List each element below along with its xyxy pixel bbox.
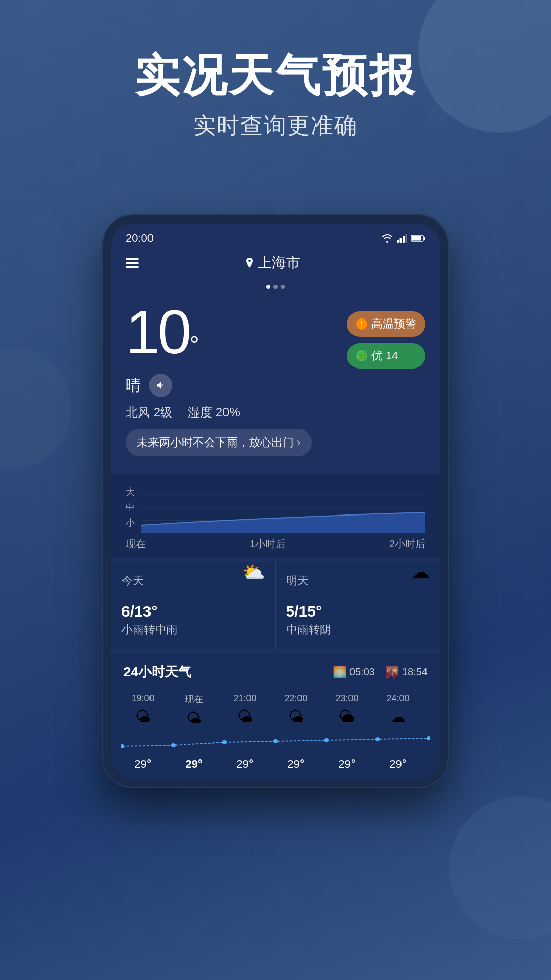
location-pin-icon — [245, 258, 254, 268]
hourly-icon-4: 🌥 — [339, 708, 355, 725]
humidity-info: 湿度 20% — [188, 404, 240, 421]
status-bar: 20:00 — [111, 224, 440, 249]
hourly-temp-3: 29° — [270, 757, 321, 771]
svg-rect-5 — [424, 237, 425, 240]
daily-section: 今天 ⛅ 6/13° 小雨转中雨 明天 ☁ 5/15° 中雨转阴 — [111, 562, 440, 649]
daily-today-header: 今天 ⛅ — [121, 573, 265, 589]
status-time: 20:00 — [126, 232, 154, 245]
location-label[interactable]: 上海市 — [245, 253, 300, 273]
daily-tomorrow-card[interactable]: 明天 ☁ 5/15° 中雨转阴 — [276, 562, 440, 649]
hero-section: 实况天气预报 实时查询更准确 — [0, 0, 551, 141]
aqi-badge[interactable]: 🌿 优 14 — [347, 343, 425, 369]
chart-y-label-small: 小 — [126, 517, 135, 529]
hourly-header: 24小时天气 🌅 05:03 🌇 18:54 — [111, 663, 440, 689]
condition-text: 晴 — [126, 375, 141, 396]
hourly-icon-1: 🌤 — [186, 709, 202, 727]
daily-today-icon: ⛅ — [242, 561, 265, 583]
page-dot-1[interactable] — [266, 285, 270, 289]
hourly-temp-4: 29° — [321, 757, 372, 771]
hourly-icon-3: 🌤 — [288, 708, 304, 725]
hourly-temp-1: 29° — [168, 757, 219, 771]
hourly-scroll[interactable]: 19:00 🌤 现在 🌤 21:00 🌤 22:00 🌤 — [111, 689, 440, 731]
rain-chart-section: 大 中 小 现在 1小时后 — [111, 474, 440, 558]
hourly-temps-bottom: 29° 29° 29° 29° 29° 29° — [111, 757, 440, 771]
chart-y-label-large: 大 — [126, 486, 135, 498]
hourly-time-1: 现在 — [185, 693, 203, 705]
wind-humidity: 北风 2级 湿度 20% — [126, 404, 425, 421]
hourly-icon-5: ☁ — [390, 708, 406, 726]
hourly-icon-0: 🌤 — [135, 708, 151, 725]
heat-warning-badge[interactable]: ! 高温预警 — [347, 311, 425, 337]
speaker-icon — [156, 380, 166, 390]
svg-point-15 — [375, 737, 380, 741]
svg-rect-1 — [400, 238, 402, 243]
city-name: 上海市 — [258, 253, 300, 273]
page-dots — [111, 281, 440, 291]
rain-chart-svg — [141, 482, 425, 533]
page-dot-3[interactable] — [281, 285, 285, 289]
hourly-time-0: 19:00 — [131, 693, 154, 704]
svg-point-12 — [222, 740, 227, 744]
hourly-item-0: 19:00 🌤 — [117, 689, 168, 731]
heat-warning-icon: ! — [356, 318, 367, 330]
temp-graph-svg — [121, 731, 430, 751]
daily-today-card[interactable]: 今天 ⛅ 6/13° 小雨转中雨 — [111, 562, 276, 649]
battery-icon — [411, 234, 425, 242]
condition-row: 晴 — [126, 374, 425, 397]
daily-tomorrow-temp: 5/15° — [286, 603, 430, 620]
bg-decoration-left — [0, 347, 71, 470]
chart-x-2h: 2小时后 — [389, 537, 425, 551]
chart-area: 大 中 小 — [126, 482, 425, 533]
menu-button[interactable] — [126, 258, 139, 268]
hourly-item-3: 22:00 🌤 — [270, 689, 321, 731]
hourly-title: 24小时天气 — [123, 663, 191, 681]
temperature-value: 10 — [126, 298, 189, 366]
temp-graph — [111, 731, 440, 757]
phone-frame: 20:00 — [102, 214, 449, 788]
daily-tomorrow-label: 明天 — [286, 573, 309, 589]
hourly-time-4: 23:00 — [335, 693, 358, 704]
svg-rect-3 — [406, 234, 408, 243]
svg-point-13 — [273, 739, 278, 743]
bg-decoration-bottom-right — [449, 796, 551, 939]
weather-main: 10° ! 高温预警 🌿 优 14 晴 — [111, 291, 440, 470]
rain-forecast-text: 未来两小时不会下雨，放心出门 — [137, 435, 294, 450]
svg-point-10 — [121, 744, 124, 748]
sun-info: 🌅 05:03 🌇 18:54 — [333, 666, 428, 679]
heat-warning-label: 高温预警 — [371, 316, 416, 332]
hourly-temp-5: 29° — [372, 757, 423, 771]
svg-point-14 — [324, 738, 329, 742]
leaf-icon: 🌿 — [356, 350, 367, 361]
wind-info: 北风 2级 — [126, 404, 172, 421]
hero-subtitle: 实时查询更准确 — [0, 111, 551, 141]
hourly-time-5: 24:00 — [386, 693, 409, 704]
hourly-time-3: 22:00 — [284, 693, 307, 704]
alerts-column: ! 高温预警 🌿 优 14 — [347, 301, 425, 369]
svg-point-16 — [427, 736, 430, 740]
degree-symbol: ° — [189, 331, 199, 358]
phone-screen: 20:00 — [111, 224, 440, 779]
svg-rect-6 — [412, 236, 421, 241]
aqi-label: 优 14 — [371, 348, 398, 363]
status-icons — [382, 234, 425, 243]
sunset-icon: 🌇 — [385, 666, 399, 679]
page-dot-2[interactable] — [273, 285, 278, 289]
chart-y-labels: 大 中 小 — [126, 482, 135, 533]
svg-rect-2 — [403, 236, 405, 243]
rain-forecast[interactable]: 未来两小时不会下雨，放心出门 › — [126, 429, 312, 456]
signal-icon — [397, 234, 407, 243]
hourly-icon-2: 🌤 — [237, 708, 253, 725]
hourly-item-5: 24:00 ☁ — [372, 689, 423, 731]
chart-y-label-medium: 中 — [126, 501, 135, 513]
daily-tomorrow-header: 明天 ☁ — [286, 573, 430, 589]
nav-bar: 上海市 — [111, 249, 440, 281]
sunrise-time: 05:03 — [349, 666, 375, 678]
hourly-item-4: 23:00 🌥 — [321, 689, 372, 731]
temperature-row: 10° ! 高温预警 🌿 优 14 — [126, 301, 425, 369]
speaker-button[interactable] — [149, 374, 172, 397]
phone-mockup: 20:00 — [102, 214, 449, 788]
wifi-icon — [382, 234, 393, 243]
sunrise-info: 🌅 05:03 — [333, 666, 375, 679]
chart-x-1h: 1小时后 — [249, 537, 286, 551]
hourly-time-2: 21:00 — [233, 693, 256, 704]
